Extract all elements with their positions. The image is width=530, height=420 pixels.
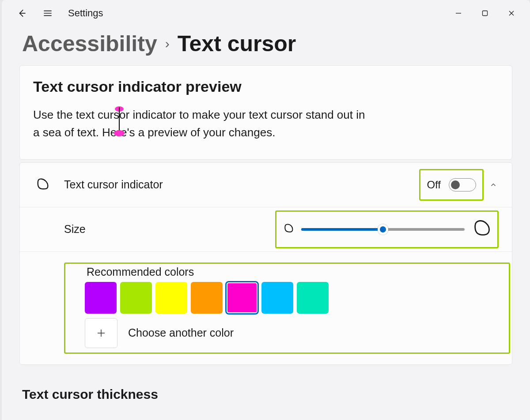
add-color-button[interactable] — [85, 318, 117, 348]
toggle-state-label: Off — [427, 179, 441, 191]
slider-thumb[interactable] — [378, 224, 388, 235]
indicator-icon — [33, 176, 51, 194]
size-max-icon — [471, 218, 492, 241]
toggle-highlight: Off — [419, 169, 484, 201]
size-label: Size — [64, 223, 86, 236]
breadcrumb-current: Text cursor — [178, 31, 296, 56]
chevron-up-icon[interactable] — [488, 180, 499, 190]
preview-text-before: Use the text curs — [33, 108, 119, 121]
close-button[interactable] — [498, 4, 525, 22]
breadcrumb-parent[interactable]: Accessibility — [22, 31, 157, 56]
maximize-button[interactable] — [472, 4, 498, 22]
window: Settings Accessibility › Text cursor Tex… — [2, 0, 530, 420]
color-swatch-3[interactable] — [191, 282, 223, 314]
color-swatch-1[interactable] — [120, 282, 152, 314]
settings-card: Text cursor indicator Off Size — [19, 162, 512, 365]
color-swatch-0[interactable] — [85, 282, 117, 314]
size-slider[interactable] — [301, 228, 465, 231]
color-swatch-5[interactable] — [261, 282, 293, 314]
app-title: Settings — [68, 8, 103, 19]
color-swatch-4[interactable] — [226, 282, 258, 314]
color-swatch-6[interactable] — [297, 282, 329, 314]
colors-row: Recommended colors Choose another color — [20, 252, 512, 364]
swatch-list — [85, 282, 341, 314]
slider-fill — [301, 228, 383, 231]
preview-card: Text cursor indicator preview Use the te… — [19, 65, 512, 160]
custom-color-label: Choose another color — [128, 326, 234, 339]
preview-title: Text cursor indicator preview — [33, 78, 499, 95]
menu-button[interactable] — [41, 6, 55, 20]
back-button[interactable] — [15, 6, 29, 20]
preview-text: Use the text cursor indicator to make yo… — [33, 106, 369, 142]
size-slider-highlight — [275, 210, 499, 248]
colors-title: Recommended colors — [87, 266, 341, 278]
color-swatch-2[interactable] — [155, 282, 187, 314]
minimize-button[interactable] — [445, 4, 472, 22]
breadcrumb: Accessibility › Text cursor — [2, 26, 530, 65]
thickness-title: Text cursor thickness — [22, 387, 512, 402]
size-row: Size — [20, 207, 512, 252]
indicator-row[interactable]: Text cursor indicator Off — [20, 163, 512, 207]
size-min-icon — [282, 222, 295, 237]
colors-highlight: Recommended colors Choose another color — [64, 262, 510, 354]
chevron-right-icon: › — [165, 36, 170, 51]
indicator-label: Text cursor indicator — [64, 178, 163, 191]
svg-rect-0 — [483, 11, 488, 16]
indicator-toggle[interactable] — [449, 178, 476, 191]
titlebar: Settings — [2, 0, 530, 26]
content: Text cursor indicator preview Use the te… — [2, 65, 530, 402]
custom-color-row[interactable]: Choose another color — [85, 318, 341, 348]
